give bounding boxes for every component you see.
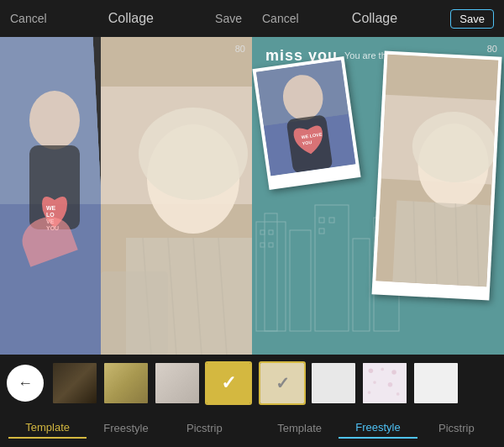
svg-point-3	[29, 91, 80, 150]
right-title: Collage	[352, 11, 397, 26]
left-save-button[interactable]: Save	[215, 12, 242, 25]
right-photo-strip[interactable]	[101, 37, 252, 355]
freestyle-thumb-3[interactable]	[361, 361, 408, 405]
left-cancel-button[interactable]: Cancel	[10, 12, 47, 25]
left-panel: Cancel Collage Save	[0, 0, 252, 447]
svg-rect-22	[315, 205, 349, 331]
left-bottom-bar: ← ✓ Template Freestyle Pi	[0, 355, 252, 447]
girl-hijab-photo	[101, 37, 252, 355]
right-canvas-area: ✦ ✦ ✦ ✦ miss you You are there	[252, 37, 504, 355]
checkmark-icon-right: ✓	[276, 373, 290, 393]
checkmark-icon: ✓	[221, 372, 236, 394]
svg-rect-47	[392, 201, 491, 287]
svg-rect-4	[29, 145, 80, 229]
svg-point-12	[139, 108, 248, 200]
svg-point-59	[396, 392, 400, 396]
svg-rect-23	[353, 239, 370, 331]
svg-rect-21	[290, 230, 311, 331]
back-arrow-icon: ←	[18, 375, 33, 392]
right-tabs-row: Template Freestyle Picstrip	[252, 412, 504, 444]
freestyle-thumb-4[interactable]	[412, 361, 459, 405]
template-thumb-4-active[interactable]: ✓	[205, 361, 252, 405]
left-tabs-row: Template Freestyle Picstrip	[0, 412, 252, 444]
freestyle-thumb-3-image	[363, 363, 407, 403]
svg-rect-28	[269, 243, 273, 247]
right-panel: Cancel Collage Save	[252, 0, 504, 447]
polaroid-right-inner	[375, 55, 498, 287]
svg-point-54	[381, 368, 384, 371]
freestyle-thumb-2-image	[312, 363, 355, 403]
freestyle-thumb-2[interactable]	[310, 361, 357, 405]
right-header: Cancel Collage Save	[252, 0, 504, 37]
svg-point-58	[368, 391, 371, 394]
polaroid-left-photo[interactable]: WE LOVE YOU	[252, 56, 360, 190]
freestyle-thumb-4-image	[414, 363, 458, 403]
polaroid-right-photo[interactable]	[372, 51, 502, 301]
thumb-4-image: ✓	[207, 363, 250, 403]
tab-picstrip-right[interactable]: Picstrip	[417, 418, 496, 438]
thumb-2-image	[104, 363, 148, 403]
left-header: Cancel Collage Save	[0, 0, 252, 37]
tab-freestyle-left[interactable]: Freestyle	[87, 418, 165, 438]
left-canvas-area: WE LO VE YOU	[0, 37, 252, 355]
thumb-1-image	[53, 363, 97, 403]
svg-text:YOU: YOU	[46, 225, 59, 231]
tab-picstrip-left[interactable]: Picstrip	[165, 418, 244, 438]
svg-rect-20	[265, 213, 277, 331]
svg-rect-30	[329, 218, 334, 223]
svg-rect-27	[260, 243, 265, 247]
freestyle-thumb-1-image: ✓	[260, 363, 304, 403]
svg-rect-29	[319, 218, 324, 223]
svg-point-53	[369, 368, 374, 373]
tab-template-right[interactable]: Template	[260, 418, 339, 438]
svg-rect-19	[256, 222, 286, 331]
left-title: Collage	[108, 11, 154, 26]
left-collage-canvas[interactable]: WE LO VE YOU	[0, 37, 252, 355]
thumb-3-image	[155, 363, 199, 403]
svg-point-56	[373, 381, 376, 384]
polaroid-left-inner: WE LOVE YOU	[256, 60, 355, 176]
tab-template-left[interactable]: Template	[8, 418, 87, 439]
svg-point-57	[388, 382, 393, 387]
svg-rect-25	[260, 230, 265, 234]
svg-rect-26	[269, 230, 273, 234]
template-thumb-2[interactable]	[102, 361, 150, 405]
svg-rect-31	[319, 229, 324, 234]
template-thumb-1[interactable]	[51, 361, 98, 405]
girl-heart-photo: WE LO VE YOU	[0, 37, 109, 355]
tab-freestyle-right[interactable]: Freestyle	[339, 418, 417, 439]
right-cancel-button[interactable]: Cancel	[262, 12, 299, 25]
right-bottom-bar: ✓	[252, 355, 504, 447]
svg-rect-18	[101, 271, 168, 355]
back-button[interactable]: ←	[7, 365, 44, 402]
svg-text:LO: LO	[46, 212, 55, 218]
freestyle-thumb-1-active[interactable]: ✓	[259, 361, 306, 405]
template-thumb-3[interactable]	[154, 361, 201, 405]
svg-text:VE: VE	[46, 218, 55, 224]
left-photo-strip[interactable]: WE LO VE YOU	[0, 37, 109, 355]
svg-rect-2	[0, 204, 109, 355]
right-save-button[interactable]: Save	[450, 9, 494, 29]
left-quality-badge: 80	[235, 44, 245, 54]
right-quality-badge: 80	[487, 44, 497, 54]
left-thumbnails-row: ← ✓	[0, 355, 252, 412]
svg-point-55	[391, 370, 396, 375]
right-thumbnails-row: ✓	[252, 355, 504, 412]
svg-text:WE: WE	[46, 205, 56, 211]
right-collage-canvas[interactable]: ✦ ✦ ✦ ✦ miss you You are there	[252, 37, 504, 355]
